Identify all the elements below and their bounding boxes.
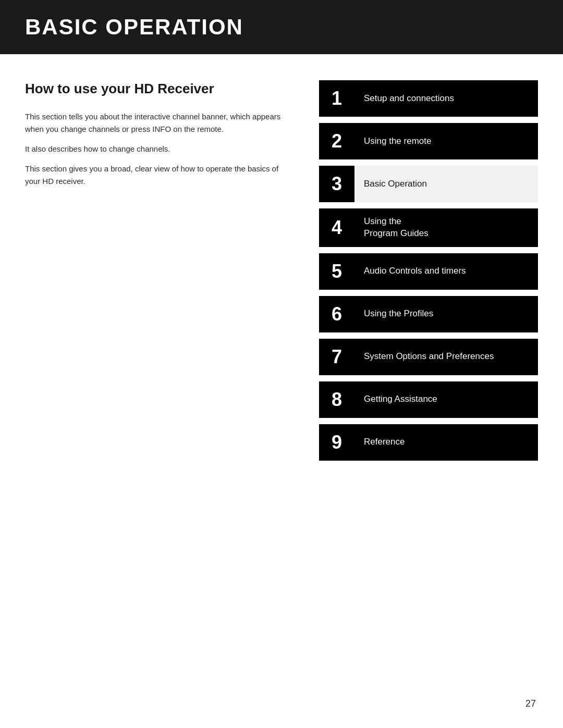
nav-item-label-1: Setup and connections — [354, 80, 538, 117]
page-header: BASIC OPERATION — [0, 0, 563, 54]
section-title: How to use your HD Receiver — [25, 80, 288, 98]
nav-item-number-3: 3 — [319, 166, 354, 202]
nav-item-number-6: 6 — [319, 296, 354, 332]
nav-item-6[interactable]: 6Using the Profiles — [319, 296, 538, 332]
nav-item-3[interactable]: 3Basic Operation — [319, 166, 538, 202]
nav-item-label-4: Using the Program Guides — [354, 208, 538, 247]
paragraph-1: This section tells you about the interac… — [25, 110, 288, 135]
nav-item-number-7: 7 — [319, 339, 354, 375]
paragraph-3: This section gives you a broad, clear vi… — [25, 163, 288, 188]
nav-item-5[interactable]: 5Audio Controls and timers — [319, 253, 538, 290]
nav-item-7[interactable]: 7System Options and Preferences — [319, 339, 538, 375]
main-content: How to use your HD Receiver This section… — [0, 80, 563, 467]
nav-item-number-5: 5 — [319, 253, 354, 290]
nav-item-8[interactable]: 8Getting Assistance — [319, 381, 538, 418]
paragraph-2: It also describes how to change channels… — [25, 143, 288, 155]
nav-item-number-2: 2 — [319, 123, 354, 159]
nav-item-number-8: 8 — [319, 381, 354, 418]
nav-item-label-7: System Options and Preferences — [354, 339, 538, 375]
page-number: 27 — [525, 698, 536, 709]
nav-item-label-9: Reference — [354, 424, 538, 461]
nav-item-number-9: 9 — [319, 424, 354, 461]
left-column: How to use your HD Receiver This section… — [25, 80, 288, 467]
right-column: 1Setup and connections2Using the remote3… — [319, 80, 538, 467]
nav-item-label-8: Getting Assistance — [354, 381, 538, 418]
nav-item-4[interactable]: 4Using the Program Guides — [319, 208, 538, 247]
nav-item-label-6: Using the Profiles — [354, 296, 538, 332]
page-title: BASIC OPERATION — [25, 15, 243, 39]
nav-item-9[interactable]: 9Reference — [319, 424, 538, 461]
nav-item-number-1: 1 — [319, 80, 354, 117]
page-container: BASIC OPERATION How to use your HD Recei… — [0, 0, 563, 728]
nav-item-label-2: Using the remote — [354, 123, 538, 159]
nav-item-label-3: Basic Operation — [354, 166, 538, 202]
nav-item-1[interactable]: 1Setup and connections — [319, 80, 538, 117]
nav-item-label-5: Audio Controls and timers — [354, 253, 538, 290]
nav-item-number-4: 4 — [319, 208, 354, 247]
section-body: This section tells you about the interac… — [25, 110, 288, 188]
nav-item-2[interactable]: 2Using the remote — [319, 123, 538, 159]
